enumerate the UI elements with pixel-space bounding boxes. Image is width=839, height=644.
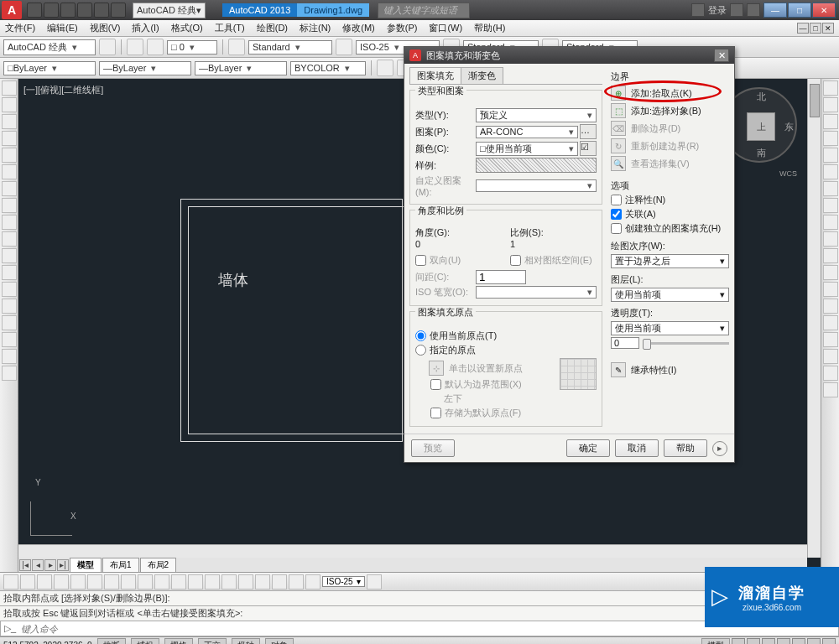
dim-style-icon[interactable]	[336, 39, 352, 55]
point-icon[interactable]	[2, 265, 17, 280]
dim-tb-icon[interactable]	[121, 574, 136, 589]
inherit-props-icon[interactable]: ✎	[611, 362, 626, 377]
annotative-checkbox[interactable]	[611, 195, 622, 205]
gear-icon[interactable]	[99, 39, 116, 55]
modify-icon[interactable]	[823, 382, 838, 397]
copy-icon[interactable]	[823, 97, 838, 112]
status-icon[interactable]	[747, 638, 760, 645]
modify-icon[interactable]	[823, 349, 838, 364]
qat-undo-icon[interactable]	[77, 3, 92, 18]
viewport-tb-icon[interactable]	[377, 60, 393, 76]
ray-icon[interactable]	[2, 332, 17, 347]
ellipse-icon[interactable]	[2, 164, 17, 179]
color-select[interactable]: □ 使用当前项	[476, 142, 578, 156]
circle-icon[interactable]	[2, 114, 17, 129]
layer-freeze-icon[interactable]	[147, 39, 164, 55]
menu-tools[interactable]: 工具(T)	[215, 22, 245, 34]
text-icon[interactable]	[2, 366, 17, 381]
extend-icon[interactable]	[823, 248, 838, 263]
menu-param[interactable]: 参数(P)	[387, 22, 418, 34]
tab-hatch[interactable]: 图案填充	[409, 67, 461, 84]
tab-gradient[interactable]: 渐变色	[461, 67, 503, 84]
tab-model[interactable]: 模型	[70, 558, 102, 572]
draw-order-select[interactable]: 置于边界之后	[611, 254, 729, 268]
status-toggle[interactable]: 极轴	[232, 638, 260, 645]
dim-tb-icon[interactable]	[255, 574, 270, 589]
viewcube-top[interactable]: 上	[747, 112, 775, 141]
expand-dialog-button[interactable]: ▸	[712, 441, 727, 456]
dim-tb-icon[interactable]	[188, 574, 203, 589]
dim-tb-icon[interactable]	[171, 574, 186, 589]
inherit-props-button[interactable]: 继承特性(I)	[631, 364, 676, 377]
zero-combo[interactable]: □ 0	[167, 40, 217, 55]
xline-icon[interactable]	[2, 349, 17, 364]
layer-select[interactable]: 使用当前项	[611, 288, 729, 302]
dim-tb-icon[interactable]	[138, 574, 153, 589]
vertical-scrollbar[interactable]	[807, 79, 821, 558]
table-icon[interactable]	[2, 231, 17, 247]
scale-icon[interactable]	[823, 198, 838, 213]
linetype-combo[interactable]: — ByLayer	[99, 61, 191, 75]
lineweight-combo[interactable]: — ByLayer	[195, 61, 287, 75]
boundary-icon[interactable]	[2, 315, 17, 330]
associative-checkbox[interactable]	[611, 209, 622, 220]
rect-icon[interactable]	[2, 148, 17, 163]
region-icon[interactable]	[2, 215, 17, 230]
move-icon[interactable]	[823, 164, 838, 179]
add-select-icon[interactable]: ⬚	[611, 103, 626, 118]
workspace-combo[interactable]: AutoCAD 经典	[3, 39, 96, 55]
tab-nav-prev-icon[interactable]: ◂	[32, 559, 44, 571]
trim-icon[interactable]	[823, 231, 838, 247]
qat-save-icon[interactable]	[60, 3, 76, 18]
help-icon[interactable]	[747, 3, 760, 17]
dim-tb-icon[interactable]	[70, 574, 86, 589]
use-current-origin-radio[interactable]	[415, 330, 426, 341]
status-icon[interactable]	[807, 638, 821, 645]
type-select[interactable]: 预定义	[476, 108, 597, 122]
stretch-icon[interactable]	[823, 215, 838, 230]
mdi-min-button[interactable]: —	[797, 23, 809, 34]
chamfer-icon[interactable]	[823, 299, 838, 314]
dialog-close-button[interactable]: ✕	[714, 49, 729, 62]
dim-tb-icon[interactable]	[367, 574, 382, 589]
pline-icon[interactable]	[2, 97, 17, 112]
erase-icon[interactable]	[823, 80, 838, 96]
arc-icon[interactable]	[2, 131, 17, 146]
add-pick-point-button[interactable]: 添加:拾取点(K)	[631, 87, 692, 100]
dim-style-combo-2[interactable]: ISO-25	[322, 576, 365, 587]
maximize-button[interactable]: □	[788, 3, 811, 18]
pattern-browse-button[interactable]: …	[580, 124, 597, 139]
tab-nav-last-icon[interactable]: ▸|	[57, 559, 69, 571]
menu-file[interactable]: 文件(F)	[5, 22, 35, 34]
tab-layout2[interactable]: 布局2	[140, 558, 177, 572]
status-icon[interactable]	[792, 638, 805, 645]
qat-redo-icon[interactable]	[94, 3, 109, 18]
help-search[interactable]: 键入关键字或短语	[378, 3, 470, 18]
pattern-select[interactable]: AR-CONC	[476, 126, 578, 138]
status-toggle[interactable]: 正交	[198, 638, 227, 645]
horizontal-scrollbar[interactable]	[18, 544, 807, 558]
sample-swatch[interactable]	[476, 158, 597, 173]
dim-tb-icon[interactable]	[272, 574, 287, 589]
angle-select[interactable]: 0	[415, 239, 502, 249]
dim-tb-icon[interactable]	[54, 574, 69, 589]
qat-open-icon[interactable]	[44, 3, 59, 18]
modify-icon[interactable]	[823, 366, 838, 381]
ok-button[interactable]: 确定	[566, 439, 610, 457]
status-icon[interactable]	[777, 638, 790, 645]
block-icon[interactable]	[2, 282, 17, 297]
separate-hatch-checkbox[interactable]	[611, 223, 622, 234]
mdi-close-button[interactable]: ✕	[822, 23, 834, 34]
exchange-icon[interactable]	[730, 3, 743, 17]
status-toggle[interactable]: 推断	[97, 638, 126, 645]
text-style-icon[interactable]	[228, 39, 245, 55]
workspace-selector[interactable]: AutoCAD 经典 ▾	[133, 3, 206, 18]
minimize-button[interactable]: —	[763, 3, 787, 18]
login-link[interactable]: 登录	[708, 4, 727, 17]
dialog-titlebar[interactable]: A 图案填充和渐变色 ✕	[404, 47, 734, 64]
menu-insert[interactable]: 插入(I)	[132, 22, 159, 34]
dim-tb-icon[interactable]	[154, 574, 169, 589]
array-icon[interactable]	[823, 148, 838, 163]
infocenter-icon[interactable]	[691, 3, 705, 17]
dim-tb-icon[interactable]	[305, 574, 320, 589]
